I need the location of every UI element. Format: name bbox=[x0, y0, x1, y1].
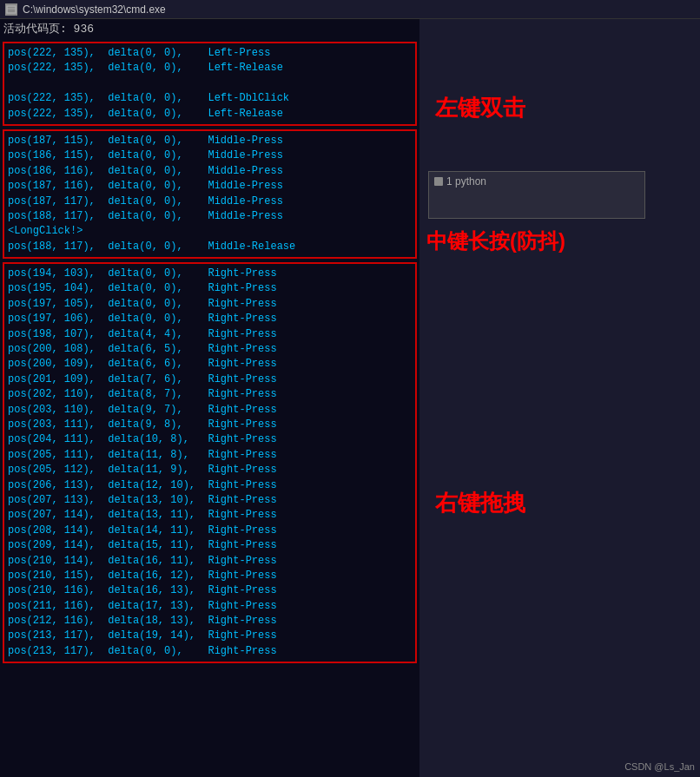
section3-line12: pos(204, 111), delta(10, 8), Right-Press bbox=[8, 432, 412, 447]
section3-line10: pos(203, 110), delta(9, 7), Right-Press bbox=[8, 403, 412, 418]
section3-line26: pos(213, 117), delta(0, 0), Right-Press bbox=[8, 644, 412, 659]
watermark: CSDN @Ls_Jan bbox=[624, 761, 695, 772]
section-middle-press: pos(187, 115), delta(0, 0), Middle-Press… bbox=[3, 129, 417, 259]
section1-blank bbox=[8, 76, 412, 91]
section1-line2: pos(222, 135), delta(0, 0), Left-Release bbox=[8, 61, 412, 76]
section3-line18: pos(208, 114), delta(14, 11), Right-Pres… bbox=[8, 523, 412, 538]
section2-line5: pos(187, 117), delta(0, 0), Middle-Press bbox=[8, 194, 412, 209]
section2-line2: pos(186, 115), delta(0, 0), Middle-Press bbox=[8, 148, 412, 163]
annotation-panel: 左键双击 1 python 中键长按(防抖) 右键拖拽 CSDN @Ls_Jan bbox=[419, 19, 700, 777]
section3-line16: pos(207, 113), delta(13, 10), Right-Pres… bbox=[8, 493, 412, 508]
section2-line3: pos(186, 116), delta(0, 0), Middle-Press bbox=[8, 164, 412, 179]
section2-line6: pos(188, 117), delta(0, 0), Middle-Press bbox=[8, 209, 412, 224]
titlebar: C:\windows\system32\cmd.exe bbox=[0, 0, 700, 19]
titlebar-icon bbox=[5, 3, 17, 16]
section3-line5: pos(198, 107), delta(4, 4), Right-Press bbox=[8, 327, 412, 342]
section3-line22: pos(210, 116), delta(16, 13), Right-Pres… bbox=[8, 583, 412, 598]
section3-line7: pos(200, 109), delta(6, 6), Right-Press bbox=[8, 357, 412, 372]
section3-line9: pos(202, 110), delta(8, 7), Right-Press bbox=[8, 387, 412, 402]
section-right-drag: pos(194, 103), delta(0, 0), Right-Press … bbox=[3, 262, 417, 663]
codepage-line: 活动代码页: 936 bbox=[0, 19, 419, 38]
section2-line1: pos(187, 115), delta(0, 0), Middle-Press bbox=[8, 134, 412, 148]
main-container: 活动代码页: 936 pos(222, 135), delta(0, 0), L… bbox=[0, 19, 700, 777]
section3-line4: pos(197, 106), delta(0, 0), Right-Press bbox=[8, 312, 412, 326]
section3-line8: pos(201, 109), delta(7, 6), Right-Press bbox=[8, 372, 412, 387]
svg-rect-0 bbox=[7, 6, 16, 13]
section3-line14: pos(205, 112), delta(11, 9), Right-Press bbox=[8, 463, 412, 477]
section3-line6: pos(200, 108), delta(6, 5), Right-Press bbox=[8, 342, 412, 357]
section3-line21: pos(210, 115), delta(16, 12), Right-Pres… bbox=[8, 569, 412, 583]
section3-line15: pos(206, 113), delta(12, 10), Right-Pres… bbox=[8, 478, 412, 493]
annotation-left-double-click: 左键双击 bbox=[435, 93, 525, 123]
annotation-right-drag: 右键拖拽 bbox=[435, 488, 525, 518]
section3-line19: pos(209, 114), delta(15, 11), Right-Pres… bbox=[8, 538, 412, 553]
section2-line4: pos(187, 116), delta(0, 0), Middle-Press bbox=[8, 179, 412, 194]
section3-line20: pos(210, 114), delta(16, 11), Right-Pres… bbox=[8, 554, 412, 569]
section3-line25: pos(213, 117), delta(19, 14), Right-Pres… bbox=[8, 629, 412, 643]
section3-line24: pos(212, 116), delta(18, 13), Right-Pres… bbox=[8, 614, 412, 629]
section3-line17: pos(207, 114), delta(13, 11), Right-Pres… bbox=[8, 508, 412, 523]
section3-line3: pos(197, 105), delta(0, 0), Right-Press bbox=[8, 297, 412, 312]
section1-line4: pos(222, 135), delta(0, 0), Left-Release bbox=[8, 107, 412, 122]
python-label: 1 python bbox=[446, 175, 486, 188]
section1-line3: pos(222, 135), delta(0, 0), Left-DblClic… bbox=[8, 91, 412, 106]
python-dot bbox=[434, 177, 443, 186]
cmd-panel: 活动代码页: 936 pos(222, 135), delta(0, 0), L… bbox=[0, 19, 419, 777]
section1-line1: pos(222, 135), delta(0, 0), Left-Press bbox=[8, 46, 412, 61]
section2-line7: pos(188, 117), delta(0, 0), Middle-Relea… bbox=[8, 240, 412, 254]
titlebar-title: C:\windows\system32\cmd.exe bbox=[23, 3, 166, 16]
section3-line2: pos(195, 104), delta(0, 0), Right-Press bbox=[8, 281, 412, 296]
section3-line1: pos(194, 103), delta(0, 0), Right-Press bbox=[8, 267, 412, 281]
section3-line11: pos(203, 111), delta(9, 8), Right-Press bbox=[8, 418, 412, 432]
section2-longclick: <LongClick!> bbox=[8, 224, 412, 239]
section3-line23: pos(211, 116), delta(17, 13), Right-Pres… bbox=[8, 599, 412, 614]
section3-line13: pos(205, 111), delta(11, 8), Right-Press bbox=[8, 448, 412, 463]
section-left-click: pos(222, 135), delta(0, 0), Left-Press p… bbox=[3, 42, 417, 126]
python-window: 1 python bbox=[428, 171, 645, 219]
annotation-middle-long-press: 中键长按(防抖) bbox=[426, 227, 565, 255]
